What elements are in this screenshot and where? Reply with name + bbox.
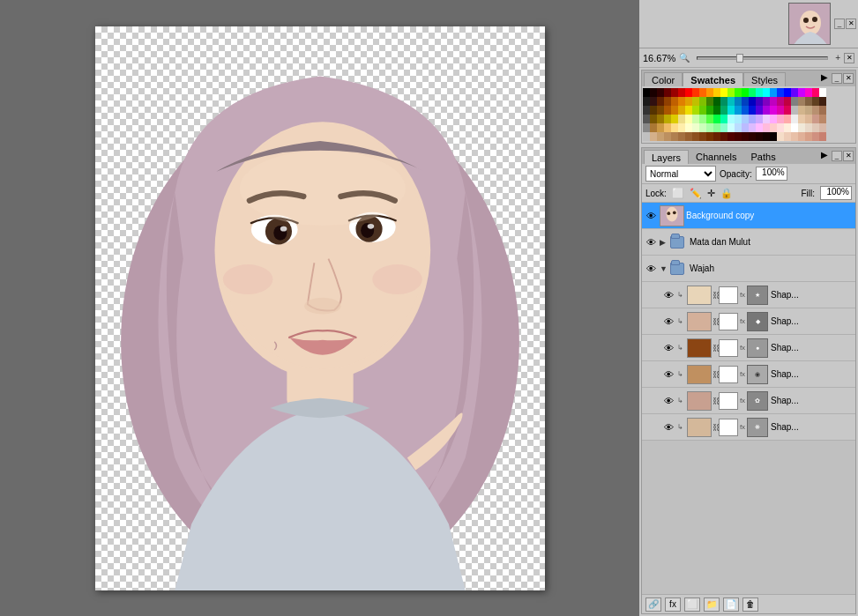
zoom-close-button[interactable]: ✕ bbox=[844, 53, 854, 63]
swatch[interactable] bbox=[657, 106, 664, 115]
swatch[interactable] bbox=[685, 88, 692, 97]
lock-transparent-icon[interactable]: ⬜ bbox=[672, 188, 684, 199]
layers-panel-minimize[interactable]: _ bbox=[832, 151, 842, 161]
swatch[interactable] bbox=[749, 88, 756, 97]
swatch[interactable] bbox=[720, 106, 727, 115]
swatch[interactable] bbox=[657, 132, 664, 141]
swatch[interactable] bbox=[735, 106, 742, 115]
swatch[interactable] bbox=[720, 115, 727, 123]
swatch[interactable] bbox=[798, 88, 805, 97]
swatch[interactable] bbox=[664, 97, 671, 106]
swatch[interactable] bbox=[727, 123, 735, 132]
swatch[interactable] bbox=[756, 88, 763, 97]
zoom-in-icon[interactable]: + bbox=[835, 53, 840, 63]
layer-item-shape6[interactable]: 👁 ↳ ⛓ fx ❋ Shap... bbox=[642, 414, 855, 441]
swatch[interactable] bbox=[805, 115, 812, 123]
swatch[interactable] bbox=[735, 97, 742, 106]
swatch[interactable] bbox=[735, 132, 742, 141]
swatch[interactable] bbox=[742, 88, 749, 97]
swatch[interactable] bbox=[706, 115, 713, 123]
swatch[interactable] bbox=[784, 115, 791, 123]
tab-channels[interactable]: Channels bbox=[689, 150, 743, 164]
swatch[interactable] bbox=[770, 97, 777, 106]
swatch[interactable] bbox=[713, 115, 720, 123]
layer-item-shape4[interactable]: 👁 ↳ ⛓ fx ◉ Shap... bbox=[642, 361, 855, 388]
swatch[interactable] bbox=[685, 115, 692, 123]
swatch[interactable] bbox=[756, 123, 763, 132]
swatch[interactable] bbox=[671, 123, 678, 132]
add-style-button[interactable]: fx bbox=[665, 597, 681, 612]
swatch[interactable] bbox=[657, 123, 664, 132]
swatch[interactable] bbox=[706, 106, 713, 115]
swatch[interactable] bbox=[678, 88, 685, 97]
color-panel-close[interactable]: ✕ bbox=[843, 73, 854, 84]
visibility-eye[interactable]: 👁 bbox=[661, 394, 675, 408]
swatch[interactable] bbox=[791, 88, 798, 97]
swatch[interactable] bbox=[784, 123, 791, 132]
swatch[interactable] bbox=[777, 106, 784, 115]
swatch[interactable] bbox=[650, 123, 657, 132]
panel-options-arrow[interactable]: ▶ bbox=[821, 72, 828, 82]
visibility-eye[interactable]: 👁 bbox=[661, 367, 675, 382]
visibility-eye[interactable]: 👁 bbox=[661, 288, 675, 302]
color-panel-minimize[interactable]: _ bbox=[832, 73, 842, 84]
swatch[interactable] bbox=[664, 88, 671, 97]
visibility-eye[interactable]: 👁 bbox=[644, 235, 658, 249]
swatch[interactable] bbox=[699, 123, 706, 132]
swatch[interactable] bbox=[784, 88, 791, 97]
swatch[interactable] bbox=[791, 123, 798, 132]
layer-item-wajah[interactable]: 👁 ▼ Wajah bbox=[642, 256, 855, 282]
swatch[interactable] bbox=[784, 132, 791, 141]
swatch[interactable] bbox=[798, 123, 805, 132]
tab-swatches[interactable]: Swatches bbox=[683, 72, 743, 86]
swatch[interactable] bbox=[819, 88, 826, 97]
swatch[interactable] bbox=[692, 115, 699, 123]
swatch[interactable] bbox=[671, 88, 678, 97]
swatch[interactable] bbox=[692, 123, 699, 132]
swatch[interactable] bbox=[819, 97, 826, 106]
swatch[interactable] bbox=[671, 132, 678, 141]
swatch[interactable] bbox=[692, 106, 699, 115]
swatch[interactable] bbox=[784, 106, 791, 115]
swatch[interactable] bbox=[657, 115, 664, 123]
swatch[interactable] bbox=[784, 97, 791, 106]
blend-mode-select[interactable]: Normal bbox=[645, 166, 716, 182]
swatch[interactable] bbox=[819, 132, 826, 141]
swatch[interactable] bbox=[763, 106, 770, 115]
visibility-eye[interactable]: 👁 bbox=[644, 262, 658, 276]
folder-arrow[interactable]: ▶ bbox=[660, 238, 668, 247]
layer-item-bg-copy[interactable]: 👁 Background copy bbox=[642, 203, 855, 229]
swatch[interactable] bbox=[735, 123, 742, 132]
swatch[interactable] bbox=[812, 106, 819, 115]
swatch[interactable] bbox=[650, 115, 657, 123]
swatch[interactable] bbox=[735, 88, 742, 97]
swatch[interactable] bbox=[791, 97, 798, 106]
swatch[interactable] bbox=[727, 97, 735, 106]
swatch[interactable] bbox=[798, 115, 805, 123]
swatch[interactable] bbox=[650, 132, 657, 141]
swatch[interactable] bbox=[805, 106, 812, 115]
swatch[interactable] bbox=[777, 123, 784, 132]
layers-options-arrow[interactable]: ▶ bbox=[821, 150, 828, 160]
swatch[interactable] bbox=[777, 88, 784, 97]
swatch[interactable] bbox=[650, 97, 657, 106]
swatch[interactable] bbox=[699, 115, 706, 123]
swatch[interactable] bbox=[699, 132, 706, 141]
layer-item-shape5[interactable]: 👁 ↳ ⛓ fx ✿ Shap... bbox=[642, 388, 855, 414]
swatch[interactable] bbox=[671, 106, 678, 115]
swatch[interactable] bbox=[727, 115, 735, 123]
tab-styles[interactable]: Styles bbox=[743, 72, 786, 86]
swatch[interactable] bbox=[664, 132, 671, 141]
swatch[interactable] bbox=[664, 123, 671, 132]
swatch[interactable] bbox=[664, 106, 671, 115]
swatch[interactable] bbox=[727, 88, 735, 97]
fill-input[interactable]: 100% bbox=[820, 186, 852, 200]
swatch[interactable] bbox=[720, 88, 727, 97]
swatch[interactable] bbox=[812, 115, 819, 123]
layers-panel-close[interactable]: ✕ bbox=[843, 151, 854, 161]
swatch[interactable] bbox=[805, 132, 812, 141]
swatch[interactable] bbox=[742, 115, 749, 123]
swatch[interactable] bbox=[713, 106, 720, 115]
swatch[interactable] bbox=[812, 132, 819, 141]
tab-layers[interactable]: Layers bbox=[644, 150, 689, 164]
